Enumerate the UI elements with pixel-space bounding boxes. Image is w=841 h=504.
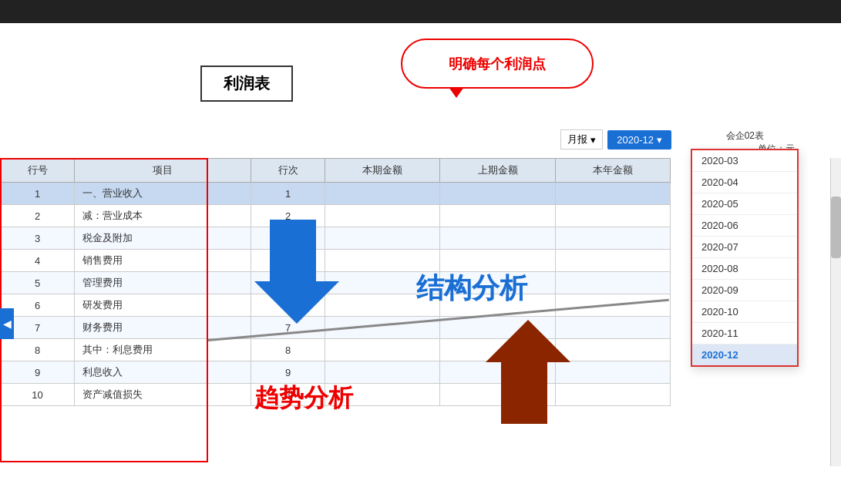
cell-annual: [555, 339, 670, 361]
title-box: 利润表: [200, 66, 293, 102]
date-dropdown[interactable]: 2020-032020-042020-052020-062020-072020-…: [691, 149, 799, 367]
scrollbar[interactable]: [830, 158, 841, 466]
date-chevron: ▾: [657, 134, 662, 146]
col-header-annual: 本年金额: [555, 159, 670, 183]
cell-item: 利息收入: [75, 361, 251, 384]
cell-current: [325, 183, 440, 205]
dropdown-item[interactable]: 2020-12: [692, 344, 797, 365]
cell-rowseq: 9: [251, 361, 325, 384]
cell-current: [325, 361, 440, 384]
cell-rowseq: 10: [251, 384, 325, 406]
table-row: 9 利息收入 9: [1, 361, 671, 384]
cell-current: [325, 317, 440, 339]
table-row: 6 研发费用 6: [1, 294, 671, 317]
table-row: 2 减：营业成本 2: [1, 205, 671, 227]
cell-item: 研发费用: [75, 294, 251, 317]
cell-item: 财务费用: [75, 317, 251, 339]
top-bar: [0, 0, 841, 23]
cell-prev: [440, 250, 555, 272]
cell-rowseq: 7: [251, 317, 325, 339]
cell-item: 减：营业成本: [75, 205, 251, 227]
cell-prev: [440, 317, 555, 339]
cell-rowseq: 1: [251, 183, 325, 205]
cell-annual: [555, 250, 670, 272]
profit-table: 行号 项目 行次 本期金额 上期金额 本年金额 1 一、营业收入 1 2 减：营…: [0, 158, 671, 406]
scrollbar-thumb[interactable]: [831, 197, 841, 258]
cell-current: [325, 384, 440, 406]
dropdown-item[interactable]: 2020-03: [692, 150, 797, 172]
cell-annual: [555, 294, 670, 317]
cell-current: [325, 339, 440, 361]
callout-text: 明确每个利润点: [449, 55, 546, 73]
cell-prev: [440, 339, 555, 361]
table-row: 7 财务费用 7: [1, 317, 671, 339]
cell-rownum: 8: [1, 339, 75, 361]
callout-bubble: 明确每个利润点: [401, 39, 594, 89]
dropdown-item[interactable]: 2020-08: [692, 258, 797, 280]
cell-prev: [440, 272, 555, 294]
cell-annual: [555, 205, 670, 227]
cell-rowseq: 8: [251, 339, 325, 361]
cell-current: [325, 227, 440, 250]
cell-annual: [555, 384, 670, 406]
cell-annual: [555, 183, 670, 205]
cell-rowseq: 5: [251, 272, 325, 294]
col-header-item: 项目: [75, 159, 251, 183]
table-row: 10 资产减值损失 10: [1, 384, 671, 406]
period-select[interactable]: 月报 ▾: [560, 129, 603, 150]
cell-rownum: 9: [1, 361, 75, 384]
cell-item: 一、营业收入: [75, 183, 251, 205]
cell-rownum: 5: [1, 272, 75, 294]
dropdown-item[interactable]: 2020-06: [692, 215, 797, 237]
dropdown-item[interactable]: 2020-07: [692, 237, 797, 258]
cell-current: [325, 272, 440, 294]
header-controls: 月报 ▾ 2020-12 ▾: [560, 129, 671, 150]
cell-rownum: 10: [1, 384, 75, 406]
col-header-rownum: 行号: [1, 159, 75, 183]
cell-rowseq: 2: [251, 205, 325, 227]
table-row: 8 其中：利息费用 8: [1, 339, 671, 361]
side-nav-button[interactable]: ◀: [0, 308, 14, 339]
cell-prev: [440, 384, 555, 406]
table-row: 4 销售费用 4: [1, 250, 671, 272]
cell-item: 销售费用: [75, 250, 251, 272]
cell-prev: [440, 183, 555, 205]
cell-prev: [440, 294, 555, 317]
cell-current: [325, 250, 440, 272]
dropdown-item[interactable]: 2020-10: [692, 301, 797, 323]
title-label: 利润表: [224, 75, 270, 92]
cell-item: 资产减值损失: [75, 384, 251, 406]
dropdown-item[interactable]: 2020-11: [692, 323, 797, 344]
cell-prev: [440, 361, 555, 384]
date-select-button[interactable]: 2020-12 ▾: [607, 130, 671, 150]
cell-current: [325, 294, 440, 317]
table-container: 行号 项目 行次 本期金额 上期金额 本年金额 1 一、营业收入 1 2 减：营…: [0, 158, 671, 406]
cell-item: 管理费用: [75, 272, 251, 294]
period-chevron: ▾: [590, 134, 596, 146]
cell-item: 其中：利息费用: [75, 339, 251, 361]
main-container: 明确每个利润点 利润表 会企02表 月报 ▾ 2020-12 ▾ 单位：元 行号…: [0, 23, 841, 504]
cell-rownum: 3: [1, 227, 75, 250]
cell-annual: [555, 227, 670, 250]
col-header-prev: 上期金额: [440, 159, 555, 183]
dropdown-item[interactable]: 2020-09: [692, 280, 797, 301]
dropdown-item[interactable]: 2020-04: [692, 172, 797, 193]
col-header-current: 本期金额: [325, 159, 440, 183]
cell-annual: [555, 361, 670, 384]
cell-annual: [555, 317, 670, 339]
cell-annual: [555, 272, 670, 294]
table-row: 1 一、营业收入 1: [1, 183, 671, 205]
selected-date-label: 2020-12: [617, 134, 654, 146]
table-row: 3 税金及附加 3: [1, 227, 671, 250]
cell-rowseq: 6: [251, 294, 325, 317]
cell-prev: [440, 227, 555, 250]
cell-item: 税金及附加: [75, 227, 251, 250]
company-label: 会企02表: [726, 129, 764, 143]
cell-rowseq: 4: [251, 250, 325, 272]
cell-prev: [440, 205, 555, 227]
period-label: 月报: [567, 133, 587, 146]
dropdown-item[interactable]: 2020-05: [692, 193, 797, 215]
cell-current: [325, 205, 440, 227]
col-header-rowseq: 行次: [251, 159, 325, 183]
cell-rowseq: 3: [251, 227, 325, 250]
